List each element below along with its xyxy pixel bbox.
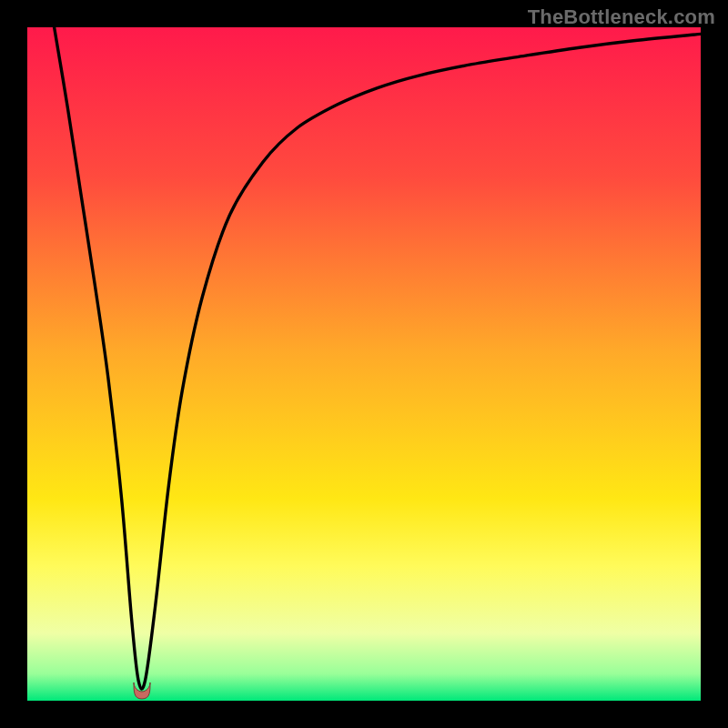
curve-layer xyxy=(27,27,701,701)
bottleneck-curve-path xyxy=(55,27,701,689)
plot-area xyxy=(27,27,701,701)
watermark-text: TheBottleneck.com xyxy=(528,5,715,29)
chart-frame: TheBottleneck.com xyxy=(0,0,728,728)
